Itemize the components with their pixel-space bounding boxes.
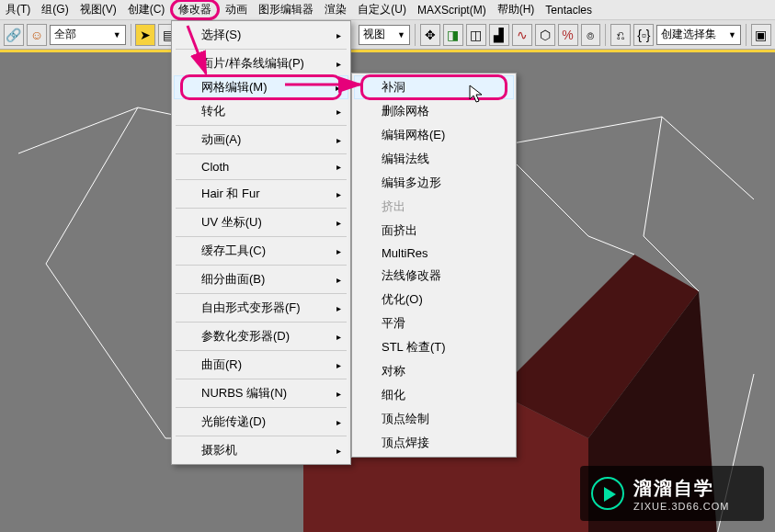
menu-item-label: 细化 [382, 387, 405, 403]
modifier-menu-item[interactable]: 动画(A) [174, 128, 348, 152]
modifier-menu-item[interactable]: 自由形式变形器(F) [174, 296, 348, 320]
magnet-icon[interactable]: ⌾ [581, 24, 601, 46]
menu-item-label: UV 坐标(U) [201, 214, 262, 231]
mesh-edit-menu-item[interactable]: 顶点绘制 [354, 407, 514, 431]
mesh-edit-menu-item[interactable]: 补洞 [354, 75, 514, 99]
svg-line-12 [46, 264, 165, 438]
watermark-title: 溜溜自学 [633, 476, 729, 501]
menu-anim[interactable]: 动画 [220, 0, 253, 20]
mesh-edit-menu-item[interactable]: 删除网格 [354, 99, 514, 123]
watermark-url: ZIXUE.3D66.COM [633, 501, 729, 512]
snap-icon[interactable]: ∿ [512, 24, 532, 46]
extra-icon[interactable]: ▣ [751, 24, 771, 46]
menu-item-label: 补洞 [382, 79, 405, 96]
menu-item-label: 挤出 [382, 198, 405, 215]
mesh-edit-menu-item[interactable]: 编辑多边形 [354, 171, 514, 195]
menu-item-label: 摄影机 [201, 442, 237, 458]
menu-item-label: 动画(A) [201, 131, 241, 148]
menu-item-label: MultiRes [382, 246, 428, 260]
menu-item-label: 编辑法线 [382, 151, 429, 167]
person-icon[interactable]: ☺ [27, 24, 47, 46]
modifier-menu-item[interactable]: 缓存工具(C) [174, 239, 348, 263]
toggle-icon[interactable]: ◨ [443, 24, 463, 46]
menu-item-label: 法线修改器 [382, 267, 441, 284]
mesh-edit-menu-item[interactable]: 编辑网格(E) [354, 123, 514, 147]
menu-item-label: 面挤出 [382, 222, 417, 239]
menu-maxscript[interactable]: MAXScript(M) [412, 1, 492, 19]
svg-line-4 [18, 108, 138, 153]
mesh-edit-menu-item[interactable]: 法线修改器 [354, 264, 514, 288]
modifier-menu-item[interactable]: 光能传递(D) [174, 410, 348, 434]
svg-line-8 [644, 117, 662, 236]
modifier-menu-item[interactable]: 曲面(R) [174, 353, 348, 377]
modifier-menu-item[interactable]: 转化 [174, 99, 348, 123]
menu-item-label: 细分曲面(B) [201, 271, 265, 288]
scale-icon[interactable]: ◫ [466, 24, 486, 46]
modifier-menu-item[interactable]: 网格编辑(M) [174, 75, 348, 99]
svg-line-7 [662, 117, 754, 199]
modifier-menu-item[interactable]: UV 坐标(U) [174, 210, 348, 234]
select-arrow-icon[interactable]: ➤ [135, 24, 155, 46]
menu-item-label: 顶点焊接 [382, 435, 429, 451]
mesh-edit-menu-item[interactable]: 顶点焊接 [354, 431, 514, 455]
edit-set-icon[interactable]: {▫} [633, 24, 654, 46]
modifier-menu-item[interactable]: NURBS 编辑(N) [174, 381, 348, 405]
menu-custom[interactable]: 自定义(U) [352, 0, 412, 20]
mirror-icon[interactable]: ▟ [489, 24, 509, 46]
angle-snap-icon[interactable]: ⬡ [535, 24, 555, 46]
combo-label: 创建选择集 [661, 27, 716, 42]
mesh-edit-submenu: 补洞删除网格编辑网格(E)编辑法线编辑多边形挤出面挤出MultiRes法线修改器… [351, 73, 517, 458]
mesh-edit-menu-item: 挤出 [354, 195, 514, 219]
menu-item-label: 网格编辑(M) [201, 79, 268, 96]
menu-item-label: 编辑网格(E) [382, 127, 445, 143]
menu-create[interactable]: 创建(C) [122, 0, 171, 20]
play-icon [591, 477, 624, 510]
svg-line-10 [515, 163, 588, 236]
modifier-menu-item[interactable]: Cloth [174, 156, 348, 177]
watermark-logo: 溜溜自学 ZIXUE.3D66.COM [580, 466, 764, 521]
toolbar: 🔗 ☺ 全部▼ ➤ ▤ 视图▼ ✥ ◨ ◫ ▟ ∿ ⬡ % ⌾ ⎌ {▫} 创建… [0, 20, 775, 50]
menu-render[interactable]: 渲染 [319, 0, 352, 20]
menu-modifier[interactable]: 修改器 [170, 0, 220, 20]
menu-view[interactable]: 视图(V) [74, 0, 122, 20]
mesh-edit-menu-item[interactable]: 优化(O) [354, 288, 514, 311]
menu-item-label: 编辑多边形 [382, 175, 441, 191]
menu-grapheditor[interactable]: 图形编辑器 [253, 0, 319, 20]
named-sel-icon[interactable]: ⎌ [610, 24, 631, 46]
menu-item-label: Cloth [201, 160, 229, 174]
menu-item-label: 光能传递(D) [201, 413, 266, 430]
view-combo[interactable]: 视图▼ [359, 25, 409, 45]
percent-snap-icon[interactable]: % [558, 24, 578, 46]
svg-line-15 [46, 108, 138, 264]
menu-item-label: 平滑 [382, 315, 405, 332]
menu-item-label: NURBS 编辑(N) [201, 385, 287, 402]
mesh-edit-menu-item[interactable]: STL 检查(T) [354, 335, 514, 359]
mesh-edit-menu-item[interactable]: MultiRes [354, 243, 514, 264]
combo-label: 全部 [54, 27, 76, 42]
modifier-menu-item[interactable]: 面片/样条线编辑(P) [174, 51, 348, 75]
selection-filter-combo[interactable]: 全部▼ [50, 25, 126, 45]
menu-item-label: 自由形式变形器(F) [201, 300, 301, 316]
svg-line-11 [588, 236, 634, 255]
menu-group[interactable]: 组(G) [36, 0, 74, 20]
mesh-edit-menu-item[interactable]: 对称 [354, 359, 514, 383]
modifier-menu-item[interactable]: 选择(S) [174, 23, 348, 47]
menu-item-label: 选择(S) [201, 27, 241, 43]
menu-tool[interactable]: 具(T) [0, 0, 36, 20]
modifier-menu-item[interactable]: 参数化变形器(D) [174, 324, 348, 348]
menu-bar: 具(T) 组(G) 视图(V) 创建(C) 修改器 动画 图形编辑器 渲染 自定… [0, 0, 775, 20]
mesh-edit-menu-item[interactable]: 平滑 [354, 311, 514, 335]
menu-item-label: 顶点绘制 [382, 411, 429, 427]
mesh-edit-menu-item[interactable]: 细化 [354, 383, 514, 407]
move-icon[interactable]: ✥ [420, 24, 440, 46]
modifier-menu-item[interactable]: Hair 和 Fur [174, 182, 348, 206]
link-icon[interactable]: 🔗 [4, 24, 24, 46]
menu-tentacles[interactable]: Tentacles [540, 1, 598, 19]
modifier-menu-item[interactable]: 细分曲面(B) [174, 267, 348, 291]
mesh-edit-menu-item[interactable]: 面挤出 [354, 219, 514, 243]
create-selection-set-combo[interactable]: 创建选择集▼ [656, 25, 741, 45]
modifier-menu-item[interactable]: 摄影机 [174, 438, 348, 462]
menu-item-label: 面片/样条线编辑(P) [201, 55, 304, 72]
mesh-edit-menu-item[interactable]: 编辑法线 [354, 147, 514, 171]
menu-help[interactable]: 帮助(H) [492, 0, 541, 20]
